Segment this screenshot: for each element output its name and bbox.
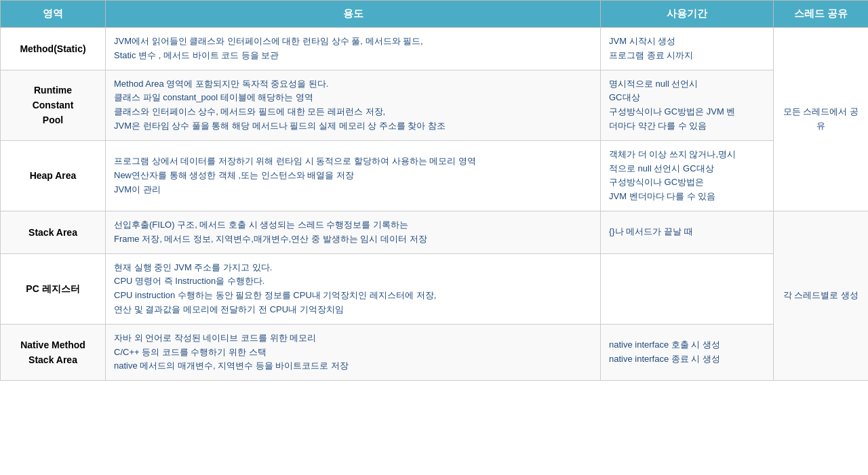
table-row: Stack Area선입후출(FILO) 구조, 메서드 호출 시 생성되는 스… [1,211,869,253]
table-row: PC 레지스터현재 실행 중인 JVM 주소를 가지고 있다. CPU 명령어 … [1,253,869,324]
cell-duration: JVM 시작시 생성 프로그램 종료 시까지 [601,28,774,70]
cell-thread: 각 스레드별로 생성 [774,211,869,380]
cell-thread: 모든 스레드에서 공유 [774,28,869,211]
cell-duration [601,253,774,324]
cell-duration: 객체가 더 이상 쓰지 않거나,명시 적으로 null 선언시 GC대상 구성방… [601,140,774,211]
cell-area: Stack Area [1,211,106,253]
jvm-memory-table: 영역 용도 사용기간 스레드 공유 Method(Static)JVM에서 읽어… [0,0,868,381]
cell-area: Method(Static) [1,28,106,70]
header-usage: 용도 [106,1,601,28]
cell-usage: 선입후출(FILO) 구조, 메서드 호출 시 생성되는 스레드 수행정보를 기… [106,211,601,253]
cell-area: Runtime Constant Pool [1,70,106,140]
cell-area: PC 레지스터 [1,253,106,324]
cell-usage: JVM에서 읽어들인 클래스와 인터페이스에 대한 런타임 상수 풀, 메서드와… [106,28,601,70]
table-row: Native Method Stack Area자바 외 언어로 작성된 네이티… [1,324,869,380]
cell-duration: 명시적으로 null 선언시 GC대상 구성방식이나 GC방법은 JVM 벤 더… [601,70,774,140]
cell-usage: 프로그램 상에서 데이터를 저장하기 위해 런타임 시 동적으로 할당하여 사용… [106,140,601,211]
cell-area: Heap Area [1,140,106,211]
header-area: 영역 [1,1,106,28]
cell-usage: 자바 외 언어로 작성된 네이티브 코드를 위한 메모리 C/C++ 등의 코드… [106,324,601,380]
table-row: Runtime Constant PoolMethod Area 영역에 포함되… [1,70,869,140]
cell-duration: {}나 메서드가 끝날 때 [601,211,774,253]
cell-area: Native Method Stack Area [1,324,106,380]
cell-usage: Method Area 영역에 포함되지만 독자적 중요성을 된다. 클래스 파… [106,70,601,140]
table-row: Method(Static)JVM에서 읽어들인 클래스와 인터페이스에 대한 … [1,28,869,70]
cell-duration: native interface 호출 시 생성 native interfac… [601,324,774,380]
header-thread: 스레드 공유 [774,1,869,28]
cell-usage: 현재 실행 중인 JVM 주소를 가지고 있다. CPU 명령어 즉 Instr… [106,253,601,324]
header-duration: 사용기간 [601,1,774,28]
table-row: Heap Area프로그램 상에서 데이터를 저장하기 위해 런타임 시 동적으… [1,140,869,211]
